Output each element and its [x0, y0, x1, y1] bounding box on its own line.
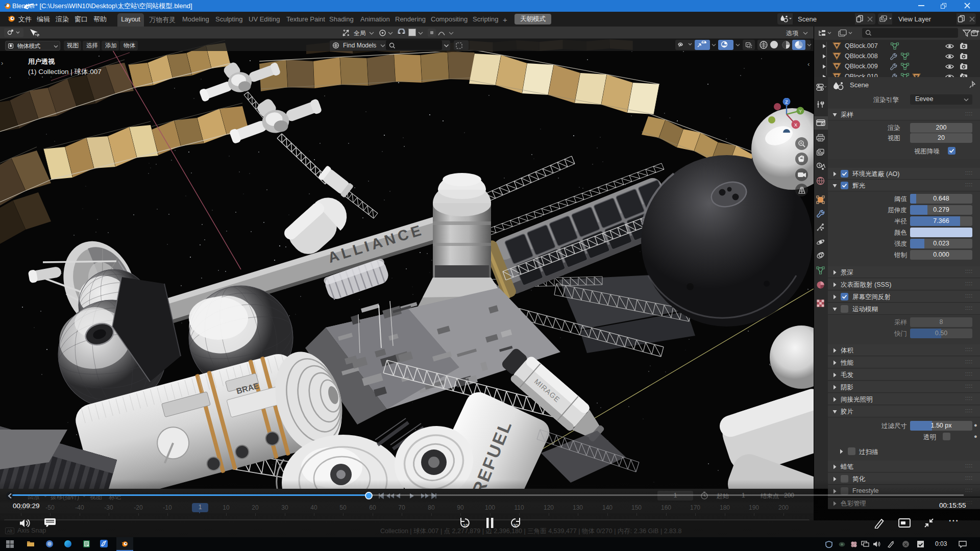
svg-text:Y: Y	[799, 109, 802, 114]
svg-text:10: 10	[463, 523, 468, 528]
svg-text:30: 30	[513, 523, 518, 528]
svg-text:X: X	[794, 122, 797, 128]
svg-text:Z: Z	[785, 99, 788, 105]
